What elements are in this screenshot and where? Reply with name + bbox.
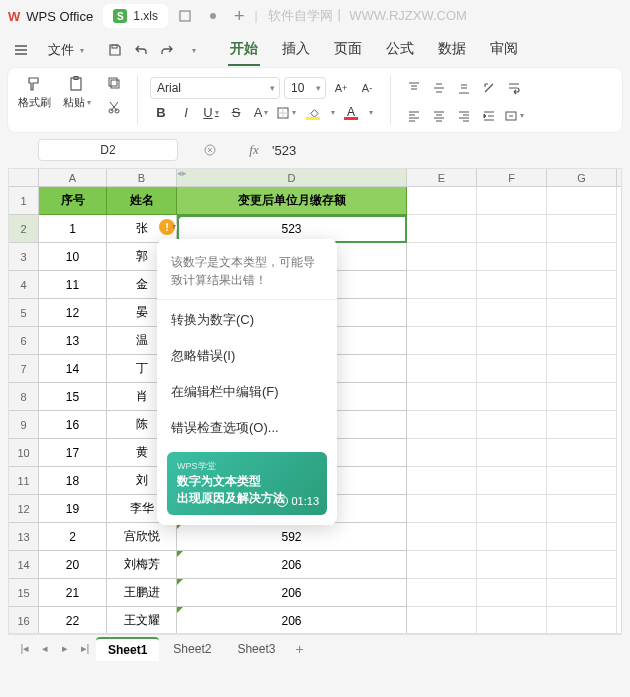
empty-cell[interactable] [547,579,617,607]
font-color-button[interactable]: A [338,102,364,124]
new-tab-button[interactable]: + [234,6,245,27]
data-cell[interactable]: 20 [39,551,107,579]
ribbon-tab-formula[interactable]: 公式 [384,34,416,66]
empty-cell[interactable] [477,551,547,579]
empty-cell[interactable] [477,523,547,551]
ctx-convert-number[interactable]: 转换为数字(C) [157,302,337,338]
data-cell[interactable]: 15 [39,383,107,411]
hamburger-icon[interactable] [10,39,32,61]
data-cell[interactable]: 21 [39,579,107,607]
undo-icon[interactable] [130,39,152,61]
data-cell[interactable]: 18 [39,467,107,495]
empty-cell[interactable] [407,579,477,607]
empty-cell[interactable] [547,551,617,579]
fx-icon[interactable]: fx [242,138,266,162]
copy-icon[interactable] [103,72,125,94]
data-cell[interactable]: 592 [177,523,407,551]
italic-button[interactable]: I [175,102,197,124]
data-cell[interactable]: 王文耀 [107,607,177,634]
row-header[interactable]: 9 [9,411,38,439]
redo-icon[interactable] [156,39,178,61]
more-icon[interactable]: ▾ [182,39,204,61]
data-cell[interactable]: 1 [39,215,107,243]
empty-cell[interactable] [547,187,617,215]
empty-cell[interactable] [407,327,477,355]
paste-button[interactable]: 粘贴▾ [59,72,95,128]
data-cell[interactable]: 王鹏进 [107,579,177,607]
formula-input[interactable]: '523 [266,140,622,161]
data-cell[interactable]: 10 [39,243,107,271]
row-header[interactable]: 13 [9,523,38,551]
data-cell[interactable]: 12 [39,299,107,327]
border-button[interactable]: ▾ [275,102,297,124]
empty-cell[interactable] [407,187,477,215]
sheet-nav-last-icon[interactable]: ▸| [76,640,94,658]
bold-button[interactable]: B [150,102,172,124]
sheet-nav-next-icon[interactable]: ▸ [56,640,74,658]
typography-button[interactable]: A▾ [250,102,272,124]
data-cell[interactable]: 16 [39,411,107,439]
empty-cell[interactable] [407,607,477,634]
data-cell[interactable]: 13 [39,327,107,355]
data-cell[interactable]: 22 [39,607,107,634]
align-left-icon[interactable] [403,105,425,127]
empty-cell[interactable] [547,467,617,495]
column-header[interactable]: B [107,169,177,186]
document-tab[interactable]: S 1.xls [103,4,168,28]
align-middle-icon[interactable] [428,77,450,99]
data-cell[interactable]: 206 [177,607,407,634]
column-split-icon[interactable]: ◂▸ [177,168,187,178]
align-right-icon[interactable] [453,105,475,127]
row-header[interactable]: 6 [9,327,38,355]
empty-cell[interactable] [477,271,547,299]
empty-cell[interactable] [547,355,617,383]
empty-cell[interactable] [407,439,477,467]
orientation-icon[interactable] [478,77,500,99]
row-header[interactable]: 3 [9,243,38,271]
empty-cell[interactable] [477,439,547,467]
data-cell[interactable]: 14 [39,355,107,383]
empty-cell[interactable] [547,215,617,243]
empty-cell[interactable] [547,523,617,551]
data-cell[interactable]: 刘梅芳 [107,551,177,579]
ribbon-tab-home[interactable]: 开始 [228,34,260,66]
empty-cell[interactable] [477,383,547,411]
cut-icon[interactable] [103,96,125,118]
empty-cell[interactable] [477,187,547,215]
ctx-ignore-error[interactable]: 忽略错误(I) [157,338,337,374]
format-painter-button[interactable]: 格式刷 [14,72,55,128]
align-bottom-icon[interactable] [453,77,475,99]
column-header[interactable]: A [39,169,107,186]
empty-cell[interactable] [547,383,617,411]
empty-cell[interactable] [547,327,617,355]
empty-cell[interactable] [407,411,477,439]
sheet-tab[interactable]: Sheet3 [225,638,287,660]
empty-cell[interactable] [547,439,617,467]
empty-cell[interactable] [477,327,547,355]
empty-cell[interactable] [407,551,477,579]
row-header[interactable]: 14 [9,551,38,579]
ctx-error-check-options[interactable]: 错误检查选项(O)... [157,410,337,446]
empty-cell[interactable] [547,607,617,634]
row-header[interactable]: 10 [9,439,38,467]
tab-options-icon[interactable] [174,5,196,27]
empty-cell[interactable] [407,495,477,523]
row-header[interactable]: 15 [9,579,38,607]
sheet-nav-first-icon[interactable]: |◂ [16,640,34,658]
column-header[interactable]: G [547,169,617,186]
align-top-icon[interactable] [403,77,425,99]
empty-cell[interactable] [477,299,547,327]
font-selector[interactable]: Arial▾ [150,77,280,99]
empty-cell[interactable] [477,215,547,243]
align-center-icon[interactable] [428,105,450,127]
empty-cell[interactable] [547,411,617,439]
empty-cell[interactable] [477,495,547,523]
save-icon[interactable] [104,39,126,61]
data-cell[interactable]: 206 [177,579,407,607]
strikethrough-button[interactable]: S [225,102,247,124]
fill-color-button[interactable] [300,102,326,124]
row-header[interactable]: 7 [9,355,38,383]
empty-cell[interactable] [477,607,547,634]
ctx-edit-formula-bar[interactable]: 在编辑栏中编辑(F) [157,374,337,410]
increase-font-icon[interactable]: A+ [330,77,352,99]
